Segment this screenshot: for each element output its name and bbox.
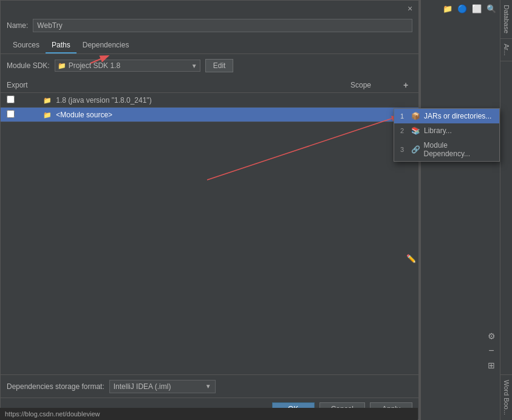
dropdown-item-label: Library... [424,126,452,135]
url-bar: https://blog.csdn.net/doubleview [0,408,418,420]
tab-sources[interactable]: Sources [7,38,46,53]
sdk-row: Module SDK: 📁 Project SDK 1.8 ▼ Edit [1,54,418,77]
storage-format-dropdown[interactable]: IntelliJ IDEA (.iml) ▼ [109,380,216,393]
edit-pencil-button[interactable]: ✏️ [406,254,416,263]
bottom-bar: Dependencies storage format: IntelliJ ID… [1,374,418,398]
dropdown-item-icon: 📚 [411,126,420,135]
sdk-edit-button[interactable]: Edit [205,59,234,72]
dropdown-item-jars[interactable]: 1 📦 JARs or directories... [394,109,499,123]
tab-dependencies[interactable]: Dependencies [77,38,135,53]
tab-paths[interactable]: Paths [46,38,77,53]
table-body: 📁 1.8 (java version "1.8.0_241") 📁 <Modu… [1,93,418,122]
row-name-text: 1.8 (java version "1.8.0_241") [56,96,151,105]
add-dependency-button[interactable]: + [399,80,412,90]
dropdown-item-label: JARs or directories... [424,112,491,120]
sdk-dropdown[interactable]: 📁 Project SDK 1.8 ▼ [55,60,200,72]
right-panel-tools: 📁 🔵 ⬜ 🔍 [421,0,500,17]
tabs-bar: Sources Paths Dependencies [1,35,418,54]
search-icon[interactable]: 🔍 [485,2,497,15]
dependencies-table: 📁 1.8 (java version "1.8.0_241") 📁 <Modu… [1,93,418,374]
dropdown-item-icon: 📦 [411,112,420,120]
dropdown-item-library[interactable]: 2 📚 Library... [394,123,499,138]
blue-dot-icon[interactable]: 🔵 [456,2,468,15]
right-panel: 📁 🔵 ⬜ 🔍 ⚙ − ⊞ [421,0,500,420]
vertical-tabs: Database Ar... Word Boo... [500,0,512,420]
dropdown-item-num: 2 [400,127,408,134]
name-label: Name: [7,21,28,30]
export-checkbox[interactable] [7,95,15,103]
project-structure-dialog: × Name: Sources Paths Dependencies Modul… [0,0,419,420]
dropdown-item-num: 3 [400,146,408,153]
table-row[interactable]: 📁 <Module source> [1,108,418,122]
vertical-tab-database[interactable]: Database [500,0,513,39]
dropdown-item-module-dep[interactable]: 3 🔗 Module Dependency... [394,138,499,161]
grid-icon[interactable]: ⊞ [485,359,497,371]
dropdown-item-label: Module Dependency... [424,141,493,158]
name-row: Name: [1,16,418,35]
sdk-dropdown-text: Project SDK 1.8 [69,61,191,70]
export-checkbox[interactable] [7,110,15,118]
storage-dropdown-arrow: ▼ [205,383,211,390]
row-name-text: <Module source> [56,111,112,119]
sdk-folder-icon: 📁 [58,62,66,70]
dropdown-item-num: 1 [400,112,408,120]
col-header-scope: Scope [350,81,399,89]
col-header-export: Export [7,81,43,89]
vertical-tab-wordbook[interactable]: Word Boo... [500,374,513,420]
name-input[interactable] [33,19,412,32]
row-name: 📁 <Module source> [43,111,364,119]
add-dependency-dropdown: 1 📦 JARs or directories... 2 📚 Library..… [394,108,500,162]
minus-icon[interactable]: − [485,345,497,357]
row-checkbox[interactable] [7,110,43,120]
row-checkbox[interactable] [7,95,43,105]
folder-icon: 📁 [43,97,52,104]
storage-format-text: IntelliJ IDEA (.iml) [114,382,205,391]
url-text: https://blog.csdn.net/doubleview [5,410,100,418]
gear-icon[interactable]: ⚙ [485,330,497,342]
sdk-label: Module SDK: [7,61,50,70]
storage-label: Dependencies storage format: [7,382,104,391]
table-header: Export Scope + [1,77,418,93]
sdk-dropdown-arrow: ▼ [191,63,197,69]
titlebar: × [1,1,418,16]
folder-icon: 📁 [43,111,52,119]
dropdown-item-icon: 🔗 [411,145,420,154]
window-icon[interactable]: ⬜ [471,2,483,15]
table-row[interactable]: 📁 1.8 (java version "1.8.0_241") [1,93,418,108]
row-name: 📁 1.8 (java version "1.8.0_241") [43,96,364,105]
folder-tool-icon[interactable]: 📁 [442,2,454,15]
close-button[interactable]: × [405,4,415,13]
vertical-tab-ar[interactable]: Ar... [500,39,513,61]
